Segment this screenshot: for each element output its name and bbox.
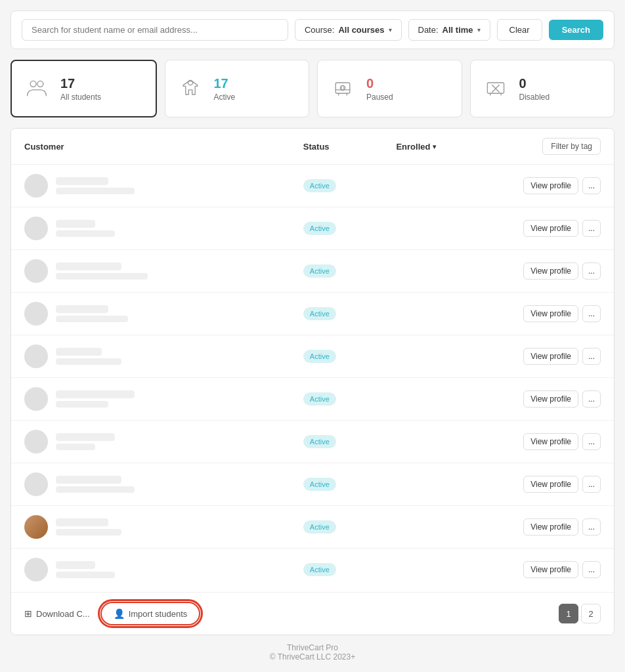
stat-all-info: 17 All students <box>60 76 101 102</box>
table-row: Active View profile ... <box>11 250 614 293</box>
row-customer <box>24 259 303 283</box>
avatar <box>24 387 48 411</box>
col-customer-header: Customer <box>24 142 303 152</box>
page-1-button[interactable]: 1 <box>559 604 578 623</box>
status-badge: Active <box>303 520 336 534</box>
more-options-button[interactable]: ... <box>582 348 601 365</box>
view-profile-button[interactable]: View profile <box>523 177 578 194</box>
row-actions: View profile ... <box>489 220 601 237</box>
table-row: Active View profile ... <box>11 549 614 591</box>
row-actions: View profile ... <box>489 561 601 578</box>
view-profile-button[interactable]: View profile <box>523 262 578 280</box>
row-actions: View profile ... <box>489 177 601 194</box>
paused-icon <box>328 74 357 103</box>
customer-name <box>56 390 135 398</box>
row-customer <box>24 387 303 411</box>
customer-name-block <box>56 561 115 578</box>
chevron-down-icon: ▾ <box>477 26 481 33</box>
date-dropdown[interactable]: Date: All time ▾ <box>408 19 490 41</box>
row-status: Active <box>303 435 397 448</box>
status-badge: Active <box>303 307 336 320</box>
customer-name <box>56 433 115 441</box>
more-options-button[interactable]: ... <box>582 518 601 536</box>
view-profile-button[interactable]: View profile <box>523 518 578 536</box>
search-bar: Course: All courses ▾ Date: All time ▾ C… <box>11 10 614 49</box>
paused-count: 0 <box>366 76 393 91</box>
row-actions: View profile ... <box>489 348 601 365</box>
table-row: Active View profile ... <box>11 335 614 378</box>
status-badge: Active <box>303 179 336 192</box>
disabled-icon <box>481 74 510 103</box>
course-label: Course: <box>305 25 335 35</box>
avatar <box>24 302 48 326</box>
status-badge: Active <box>303 478 336 491</box>
all-students-count: 17 <box>60 76 101 91</box>
col-enrolled-header[interactable]: Enrolled ▾ <box>396 142 489 152</box>
view-profile-button[interactable]: View profile <box>523 390 578 408</box>
customer-email <box>56 230 115 237</box>
paused-label: Paused <box>366 93 393 102</box>
download-button[interactable]: ⊞ Download C... <box>24 608 90 619</box>
stat-active-info: 17 Active <box>214 76 236 102</box>
row-status: Active <box>303 478 397 491</box>
search-input[interactable] <box>22 19 288 41</box>
customer-email <box>56 358 121 365</box>
customer-email <box>56 401 108 408</box>
col-status-header: Status <box>303 142 397 152</box>
customer-email <box>56 572 115 578</box>
stat-card-all[interactable]: 17 All students <box>11 60 157 117</box>
stat-card-disabled[interactable]: 0 Disabled <box>470 60 615 117</box>
table-row: Active View profile ... <box>11 378 614 421</box>
status-badge: Active <box>303 435 336 448</box>
view-profile-button[interactable]: View profile <box>523 433 578 450</box>
row-status: Active <box>303 179 397 192</box>
footer-line1: ThriveCart Pro <box>18 643 607 652</box>
table-row: Active View profile ... <box>11 421 614 463</box>
more-options-button[interactable]: ... <box>582 220 601 237</box>
more-options-button[interactable]: ... <box>582 433 601 450</box>
more-options-button[interactable]: ... <box>582 476 601 493</box>
download-icon: ⊞ <box>24 608 32 619</box>
table-row: Active View profile ... <box>11 506 614 549</box>
row-status: Active <box>303 392 397 406</box>
table-footer: ⊞ Download C... 👤 Import students 1 2 <box>11 592 614 635</box>
sort-icon: ▾ <box>433 143 436 150</box>
footer-left: ⊞ Download C... 👤 Import students <box>24 602 200 625</box>
more-options-button[interactable]: ... <box>582 390 601 408</box>
more-options-button[interactable]: ... <box>582 262 601 280</box>
svg-point-0 <box>30 81 36 87</box>
search-button[interactable]: Search <box>549 20 603 40</box>
view-profile-button[interactable]: View profile <box>523 348 578 365</box>
customer-email <box>56 316 128 322</box>
stat-paused-info: 0 Paused <box>366 76 393 102</box>
row-status: Active <box>303 222 397 235</box>
row-actions: View profile ... <box>489 518 601 536</box>
filter-tag-button[interactable]: Filter by tag <box>542 138 601 155</box>
stat-card-paused[interactable]: 0 Paused <box>317 60 462 117</box>
table-row: Active View profile ... <box>11 293 614 335</box>
view-profile-button[interactable]: View profile <box>523 305 578 322</box>
customer-name-block <box>56 390 135 408</box>
table-body: Active View profile ... Active View prof… <box>11 165 614 591</box>
more-options-button[interactable]: ... <box>582 177 601 194</box>
students-table: Customer Status Enrolled ▾ Filter by tag… <box>11 128 614 635</box>
view-profile-button[interactable]: View profile <box>523 476 578 493</box>
active-icon <box>176 74 205 103</box>
stat-card-active[interactable]: 17 Active <box>165 60 310 117</box>
row-status: Active <box>303 350 397 363</box>
customer-name-block <box>56 262 148 280</box>
page-2-button[interactable]: 2 <box>581 604 601 623</box>
import-students-button[interactable]: 👤 Import students <box>100 602 201 625</box>
avatar <box>24 345 48 368</box>
course-dropdown[interactable]: Course: All courses ▾ <box>295 19 402 41</box>
view-profile-button[interactable]: View profile <box>523 220 578 237</box>
footer-line2: © ThriveCart LLC 2023+ <box>18 652 607 662</box>
table-header: Customer Status Enrolled ▾ Filter by tag <box>11 129 614 165</box>
clear-button[interactable]: Clear <box>497 19 542 41</box>
customer-email <box>56 486 135 493</box>
customer-email <box>56 529 121 536</box>
view-profile-button[interactable]: View profile <box>523 561 578 578</box>
disabled-count: 0 <box>519 76 550 91</box>
more-options-button[interactable]: ... <box>582 305 601 322</box>
more-options-button[interactable]: ... <box>582 561 601 578</box>
